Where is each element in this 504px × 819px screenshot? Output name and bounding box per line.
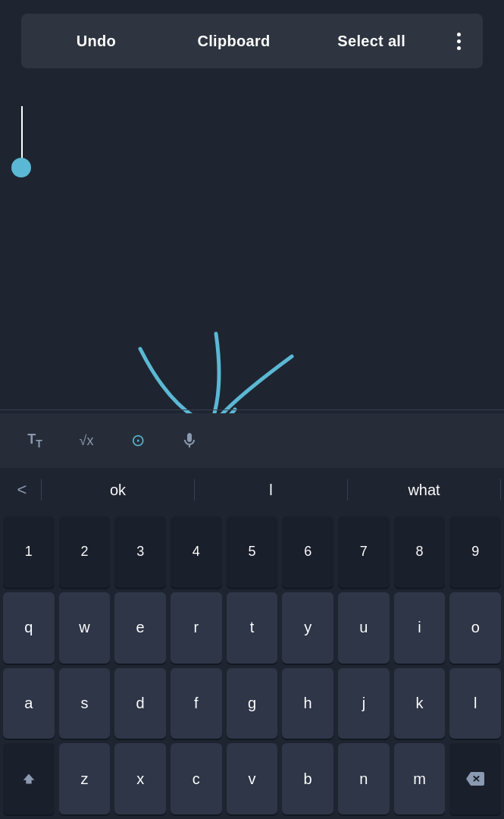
key-8[interactable]: 8 (394, 516, 446, 588)
key-h[interactable]: h (282, 668, 333, 739)
key-7[interactable]: 7 (338, 516, 390, 588)
key-q[interactable]: q (3, 592, 55, 664)
asdf-row: a s d f g h j k l (3, 668, 501, 739)
shift-key[interactable] (3, 743, 55, 814)
key-2[interactable]: 2 (59, 516, 111, 588)
key-a[interactable]: a (3, 668, 55, 739)
key-b[interactable]: b (282, 743, 333, 814)
shift-icon (20, 770, 37, 787)
key-m[interactable]: m (394, 743, 446, 814)
key-g[interactable]: g (227, 668, 278, 739)
keyboard: 1 2 3 4 5 6 7 8 9 q w e r t y u i o a s … (0, 512, 504, 819)
key-o[interactable]: o (449, 592, 501, 664)
key-r[interactable]: r (171, 592, 222, 664)
mic-icon (180, 431, 199, 450)
attach-icon: ⊙ (131, 431, 145, 450)
arrow-left-icon: < (17, 480, 27, 500)
mic-button[interactable] (167, 422, 212, 459)
key-c[interactable]: c (171, 743, 222, 814)
key-i[interactable]: i (394, 592, 446, 664)
cursor-handle[interactable] (11, 158, 31, 177)
formula-button[interactable]: √x (64, 422, 109, 459)
zxcv-row: z x c v b n m (3, 743, 501, 814)
key-l[interactable]: l (449, 668, 501, 739)
key-z[interactable]: z (59, 743, 111, 814)
key-v[interactable]: v (227, 743, 278, 814)
key-j[interactable]: j (338, 668, 390, 739)
attach-button[interactable]: ⊙ (115, 422, 161, 459)
toolbar-divider (0, 410, 504, 410)
backspace-key[interactable] (449, 743, 501, 814)
key-t[interactable]: t (227, 592, 278, 664)
key-n[interactable]: n (338, 743, 390, 814)
key-4[interactable]: 4 (171, 516, 222, 588)
key-f[interactable]: f (171, 668, 222, 739)
key-d[interactable]: d (114, 668, 166, 739)
text-format-icon: TT (27, 431, 42, 450)
suggestion-divider-4 (500, 479, 501, 500)
clipboard-button[interactable]: Clipboard (165, 14, 303, 68)
qwerty-row: q w e r t y u i o (3, 592, 501, 664)
formula-icon: √x (80, 433, 94, 449)
key-3[interactable]: 3 (114, 516, 166, 588)
key-e[interactable]: e (114, 592, 166, 664)
more-vert-icon (457, 33, 461, 50)
suggestions-bar: < ok l what (0, 468, 504, 512)
text-format-button[interactable]: TT (12, 422, 58, 459)
key-9[interactable]: 9 (449, 516, 501, 588)
more-options-button[interactable] (440, 14, 477, 68)
key-x[interactable]: x (114, 743, 166, 814)
key-u[interactable]: u (338, 592, 390, 664)
key-6[interactable]: 6 (282, 516, 333, 588)
context-menu: Undo Clipboard Select all (21, 14, 483, 68)
suggestion-what[interactable]: what (348, 468, 500, 512)
suggestion-ok[interactable]: ok (42, 468, 194, 512)
number-row: 1 2 3 4 5 6 7 8 9 (3, 516, 501, 588)
key-s[interactable]: s (59, 668, 111, 739)
backspace-icon (466, 770, 484, 788)
key-w[interactable]: w (59, 592, 111, 664)
suggestion-l[interactable]: l (195, 468, 347, 512)
suggestion-arrow-button[interactable]: < (3, 480, 41, 500)
key-1[interactable]: 1 (3, 516, 55, 588)
key-5[interactable]: 5 (227, 516, 278, 588)
key-k[interactable]: k (394, 668, 446, 739)
select-all-button[interactable]: Select all (302, 14, 440, 68)
undo-button[interactable]: Undo (27, 14, 165, 68)
key-y[interactable]: y (282, 592, 333, 664)
keyboard-toolbar: TT √x ⊙ (0, 413, 504, 468)
